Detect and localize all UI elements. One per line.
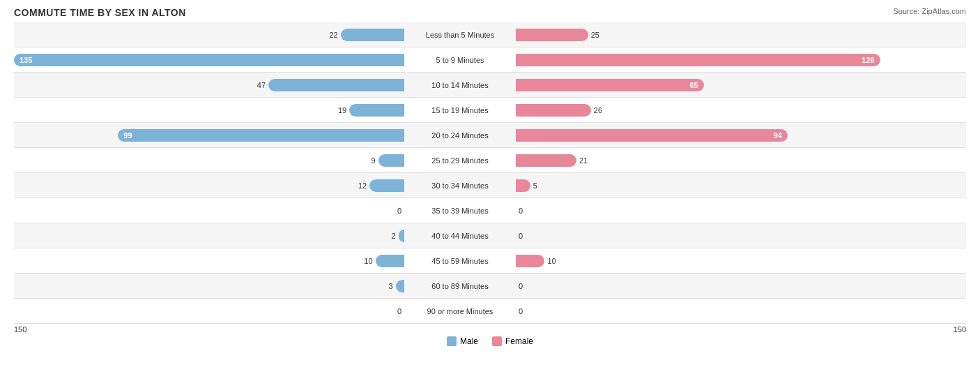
male-bar [376,255,404,267]
legend-female: Female [492,336,533,346]
legend-female-box [492,336,502,346]
table-row: 1230 to 34 Minutes5 [14,173,966,198]
row-label: 30 to 34 Minutes [404,181,516,190]
female-value-label: 0 [519,207,523,215]
row-label: 45 to 59 Minutes [404,257,516,265]
female-value-label: 21 [579,156,588,165]
table-row: 1915 to 19 Minutes26 [14,98,966,123]
male-bar [378,154,404,167]
male-value-label: 0 [397,307,401,315]
row-label: 20 to 24 Minutes [404,131,516,140]
axis-right: 150 [954,325,966,334]
female-bar: 65 [516,79,704,91]
row-label: Less than 5 Minutes [404,31,516,39]
row-label: 25 to 29 Minutes [404,156,516,165]
table-row: 4710 to 14 Minutes65 [14,73,966,98]
female-bar [516,154,576,167]
row-label: 90 or more Minutes [404,307,516,315]
chart-title: COMMUTE TIME BY SEX IN ALTON [14,7,966,18]
axis-labels: 150 150 [14,325,966,334]
axis-left: 150 [14,325,26,334]
male-bar [399,230,404,242]
table-row: 925 to 29 Minutes21 [14,148,966,173]
male-bar [268,79,404,91]
legend-male-label: Male [460,336,478,346]
female-bar: 94 [516,129,788,142]
female-value-label: 25 [591,31,599,39]
chart-source: Source: ZipAtlas.com [893,7,966,15]
male-bar: 99 [118,129,404,142]
female-value-label: 0 [519,232,523,240]
male-value-label: 3 [388,282,392,290]
male-value-label: 19 [338,106,346,114]
row-label: 60 to 89 Minutes [404,282,516,290]
female-value-label: 0 [519,282,523,290]
table-row: 090 or more Minutes0 [14,299,966,324]
female-bar: 126 [516,54,880,66]
female-bar [516,29,588,41]
row-label: 40 to 44 Minutes [404,232,516,240]
legend-female-label: Female [505,336,533,346]
female-value-label: 0 [519,307,523,315]
male-value-label: 47 [257,81,266,89]
male-bar: 135 [14,54,404,66]
male-value-label: 22 [330,31,338,39]
male-value-label: 9 [372,156,376,165]
table-row: 035 to 39 Minutes0 [14,198,966,223]
row-label: 35 to 39 Minutes [404,207,516,215]
male-bar [349,104,404,117]
female-value-label: 10 [547,257,556,265]
legend-area: Male Female [14,336,966,346]
male-bar [396,280,404,292]
table-row: 240 to 44 Minutes0 [14,223,966,248]
row-label: 15 to 19 Minutes [404,106,516,114]
row-label: 5 to 9 Minutes [404,56,516,64]
female-value-label: 5 [533,181,537,190]
male-bar [341,29,404,41]
chart-rows: 22Less than 5 Minutes251355 to 9 Minutes… [14,22,966,324]
table-row: 1355 to 9 Minutes126 [14,47,966,73]
male-value-label: 10 [364,257,372,265]
legend-male-box [447,336,457,346]
chart-container: COMMUTE TIME BY SEX IN ALTON Source: Zip… [0,0,980,365]
female-bar [516,255,544,267]
table-row: 1045 to 59 Minutes10 [14,248,966,274]
row-label: 10 to 14 Minutes [404,81,516,89]
male-value-label: 0 [397,207,401,215]
female-value-label: 26 [594,106,602,114]
male-value-label: 12 [358,181,367,190]
table-row: 360 to 89 Minutes0 [14,274,966,299]
table-row: 9920 to 24 Minutes94 [14,123,966,148]
table-row: 22Less than 5 Minutes25 [14,22,966,47]
female-bar [516,179,530,192]
female-bar [516,104,591,117]
male-bar [369,179,404,192]
legend-male: Male [447,336,478,346]
male-value-label: 2 [392,232,396,240]
